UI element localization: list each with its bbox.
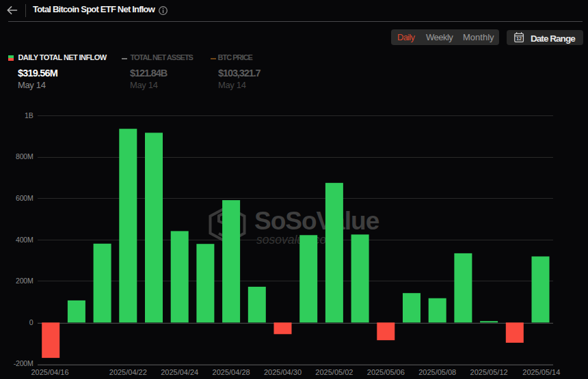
svg-text:2025/05/14: 2025/05/14 xyxy=(522,368,560,376)
svg-text:2025/04/30: 2025/04/30 xyxy=(264,368,302,376)
svg-text:2025/04/28: 2025/04/28 xyxy=(213,368,250,376)
svg-text:2025/05/08: 2025/05/08 xyxy=(418,368,456,376)
svg-text:2025/05/06: 2025/05/06 xyxy=(367,368,405,376)
svg-text:SoSoValue: SoSoValue xyxy=(254,207,379,235)
svg-text:2025/05/02: 2025/05/02 xyxy=(315,368,353,376)
svg-text:-200M: -200M xyxy=(14,359,34,367)
svg-text:1B: 1B xyxy=(25,111,34,120)
svg-text:0: 0 xyxy=(29,318,34,326)
svg-text:12: 12 xyxy=(516,36,522,42)
svg-text:200M: 200M xyxy=(16,277,33,285)
svg-text:2025/04/24: 2025/04/24 xyxy=(161,368,198,376)
svg-text:600M: 600M xyxy=(16,194,33,202)
svg-text:2025/05/12: 2025/05/12 xyxy=(470,368,508,376)
svg-text:2025/04/16: 2025/04/16 xyxy=(31,368,68,376)
svg-text:800M: 800M xyxy=(16,152,33,160)
svg-text:400M: 400M xyxy=(16,236,33,244)
svg-text:2025/04/22: 2025/04/22 xyxy=(109,368,147,376)
svg-text:sosovalue.com: sosovalue.com xyxy=(256,233,336,247)
